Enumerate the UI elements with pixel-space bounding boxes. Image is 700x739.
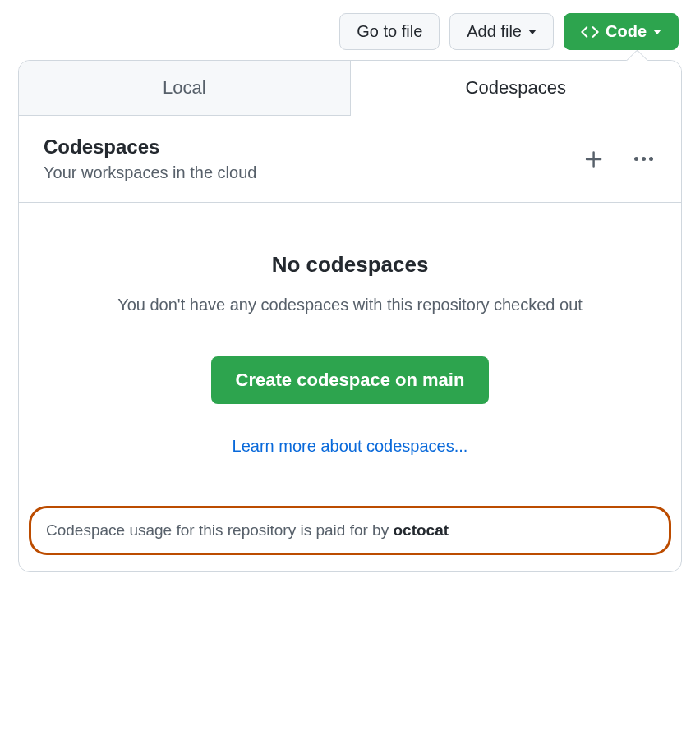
code-label: Code — [606, 22, 647, 41]
tab-local-label: Local — [163, 77, 206, 98]
tab-codespaces[interactable]: Codespaces — [351, 61, 682, 116]
tab-local[interactable]: Local — [19, 61, 351, 115]
popover-tabs: Local Codespaces — [19, 61, 681, 116]
codespaces-header: Codespaces Your workspaces in the cloud — [19, 116, 681, 203]
chevron-down-icon — [653, 30, 661, 34]
empty-state: No codespaces You don't have any codespa… — [19, 203, 681, 489]
go-to-file-button[interactable]: Go to file — [339, 13, 440, 50]
add-file-label: Add file — [467, 22, 522, 41]
tab-codespaces-label: Codespaces — [466, 77, 566, 98]
create-codespace-label: Create codespace on main — [236, 370, 465, 390]
toolbar: Go to file Add file Code — [13, 13, 687, 60]
usage-notice: Codespace usage for this repository is p… — [29, 506, 671, 555]
chevron-down-icon — [528, 30, 537, 34]
codespaces-header-text: Codespaces Your workspaces in the cloud — [44, 135, 256, 182]
empty-title: No codespaces — [52, 252, 648, 278]
codespaces-subtitle: Your workspaces in the cloud — [44, 163, 256, 182]
usage-payer: octocat — [393, 521, 449, 539]
popover-footer: Codespace usage for this repository is p… — [19, 489, 681, 571]
code-popover: Local Codespaces Codespaces Your workspa… — [18, 60, 682, 572]
go-to-file-label: Go to file — [357, 22, 422, 41]
usage-text: Codespace usage for this repository is p… — [46, 521, 393, 539]
codespaces-header-actions — [580, 145, 656, 173]
code-button[interactable]: Code — [564, 13, 679, 50]
plus-icon — [583, 149, 605, 170]
codespaces-title: Codespaces — [44, 135, 256, 158]
empty-description: You don't have any codespaces with this … — [52, 292, 648, 317]
learn-more-link[interactable]: Learn more about codespaces... — [233, 437, 468, 455]
add-file-button[interactable]: Add file — [449, 13, 554, 50]
code-icon — [581, 23, 599, 41]
create-codespace-icon-button[interactable] — [580, 145, 608, 173]
learn-more-label: Learn more about codespaces... — [233, 437, 468, 455]
codespace-options-button[interactable] — [631, 154, 656, 164]
create-codespace-button[interactable]: Create codespace on main — [211, 356, 490, 404]
kebab-icon — [634, 157, 653, 161]
